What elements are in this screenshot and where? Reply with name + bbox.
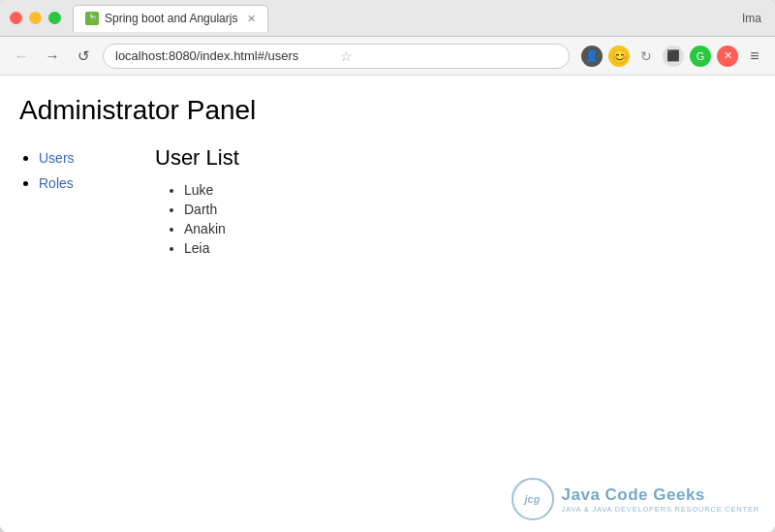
sidebar-item-users: Users (39, 149, 136, 167)
page-title: Administrator Panel (19, 95, 756, 126)
user-list-item: Luke (184, 182, 756, 198)
jcg-subtitle: Java & Java Developers Resource Center (562, 505, 760, 514)
watermark: jcg Java Code Geeks Java & Java Develope… (512, 478, 760, 520)
main-content: User List LukeDarthAnakinLeia (136, 145, 756, 260)
minimize-button[interactable] (29, 12, 42, 24)
user-initial: Ima (742, 12, 765, 25)
forward-button[interactable]: → (41, 45, 64, 68)
browser-icons: 👤 😊 ↻ ⬛ G ✕ ≡ (581, 46, 765, 67)
traffic-lights (10, 12, 61, 24)
back-button[interactable]: ← (10, 45, 33, 68)
profile-icon[interactable]: 👤 (581, 46, 603, 67)
tab-favicon: 🍃 (85, 12, 99, 25)
tab-area: 🍃 Spring boot and Angularjs ✕ (73, 5, 742, 32)
extension-icon[interactable]: ⬛ (663, 46, 684, 67)
page-body: Users Roles User List LukeDarthAnakinLei… (19, 145, 756, 260)
browser-window: 🍃 Spring boot and Angularjs ✕ Ima ← → ↺ … (0, 0, 775, 532)
sync-icon[interactable]: G (690, 46, 711, 67)
page-content: Administrator Panel Users Roles User Lis… (0, 76, 775, 532)
users-link[interactable]: Users (39, 150, 75, 166)
jcg-name: Java Code Geeks (562, 485, 760, 505)
url-text: localhost:8080/index.html#/users (115, 48, 332, 63)
user-list-title: User List (155, 145, 756, 171)
sidebar: Users Roles (19, 145, 136, 260)
close-button[interactable] (10, 12, 22, 24)
user-list-item: Darth (184, 202, 756, 217)
sidebar-nav-list: Users Roles (19, 149, 136, 192)
addressbar: ← → ↺ localhost:8080/index.html#/users ☆… (0, 37, 775, 76)
jcg-text-block: Java Code Geeks Java & Java Developers R… (562, 485, 760, 514)
user-list-item: Anakin (184, 221, 756, 236)
url-bar[interactable]: localhost:8080/index.html#/users ☆ (103, 44, 570, 69)
tab-close-icon[interactable]: ✕ (247, 13, 256, 25)
jcg-logo: jcg (512, 478, 554, 520)
titlebar: 🍃 Spring boot and Angularjs ✕ Ima (0, 0, 775, 37)
roles-link[interactable]: Roles (39, 175, 74, 191)
tab-title: Spring boot and Angularjs (105, 12, 237, 25)
menu-icon[interactable]: ≡ (744, 46, 765, 67)
emoji-icon[interactable]: 😊 (608, 46, 630, 67)
jcg-logo-text: jcg (525, 493, 541, 505)
active-tab[interactable]: 🍃 Spring boot and Angularjs ✕ (73, 5, 268, 32)
sidebar-item-roles: Roles (39, 174, 136, 192)
refresh-button[interactable]: ↺ (72, 45, 95, 68)
extension-refresh-icon[interactable]: ↻ (636, 46, 657, 67)
maximize-button[interactable] (48, 12, 61, 24)
bookmark-icon[interactable]: ☆ (340, 48, 557, 64)
user-list-item: Leia (184, 240, 756, 256)
error-icon[interactable]: ✕ (717, 46, 738, 67)
user-list: LukeDarthAnakinLeia (155, 182, 756, 256)
